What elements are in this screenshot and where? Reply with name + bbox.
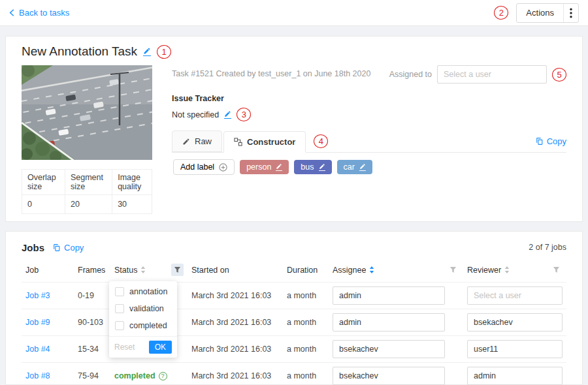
assigned-to-label: Assigned to (389, 70, 432, 79)
pencil-icon (182, 138, 190, 146)
labels-list: Add label person bus (172, 153, 566, 181)
started-value: March 3rd 2021 16:03 (188, 309, 283, 336)
job-link[interactable]: Job #3 (25, 291, 50, 300)
filter-option-validation[interactable]: validation (109, 300, 177, 317)
checkbox[interactable] (115, 321, 124, 330)
col-header-started: Started on (188, 258, 283, 283)
reviewer-input[interactable] (467, 367, 563, 385)
edit-issue-tracker-icon[interactable] (224, 110, 231, 119)
checkbox[interactable] (115, 287, 124, 296)
duration-value: a month (283, 363, 329, 385)
frames-value: 90-103 (74, 309, 110, 336)
tab-constructor-label: Constructor (247, 137, 295, 147)
labels-editor-tabs: Raw Constructor 4 Copy (172, 131, 566, 153)
duration-value: a month (283, 283, 329, 309)
back-to-tasks-link[interactable]: Back to tasks (9, 8, 69, 18)
job-row: Job #4 15-34 March 3rd 2021 16:03 a mont… (22, 336, 566, 363)
reviewer-input[interactable] (467, 286, 563, 305)
copy-labels-label: Copy (547, 136, 566, 146)
actions-label: Actions (517, 8, 563, 18)
filter-reviewer-icon[interactable] (550, 264, 563, 276)
sort-reviewer-icon[interactable] (504, 266, 510, 274)
jobs-count: 2 of 7 jobs (529, 243, 566, 252)
task-title: New Annotation Task (22, 44, 137, 59)
col-header-duration: Duration (283, 258, 329, 283)
col-header-frames: Frames (74, 258, 110, 283)
status-filter-dropdown: annotation validation completed Reset OK (109, 281, 177, 358)
copy-icon (52, 243, 61, 252)
task-preview-image (22, 65, 152, 160)
copy-labels-link[interactable]: Copy (535, 136, 566, 146)
issue-tracker-value: Not specified (172, 110, 219, 119)
label-chip-car[interactable]: car (337, 160, 372, 174)
actions-button[interactable]: Actions (516, 3, 579, 23)
jobs-card: Jobs Copy 2 of 7 jobs Job Frames Status (5, 231, 583, 385)
label-chip-car-name: car (344, 162, 355, 172)
task-parameters-table: Overlap size Segment size Image quality … (22, 169, 152, 214)
job-row: Job #3 0-19 March 3rd 2021 16:03 a month (22, 283, 566, 309)
jobs-table: Job Frames Status Started on Duration (22, 258, 566, 385)
job-row: Job #9 90-103 March 3rd 2021 16:03 a mon… (22, 309, 566, 336)
filter-option-completed[interactable]: completed (109, 317, 177, 334)
filter-option-annotation-label: annotation (129, 287, 167, 296)
duration-value: a month (283, 336, 329, 363)
frames-value: 75-94 (74, 363, 110, 385)
copy-jobs-link[interactable]: Copy (52, 243, 84, 253)
copy-jobs-label: Copy (64, 243, 84, 253)
duration-value: a month (283, 309, 329, 336)
filter-option-annotation[interactable]: annotation (109, 283, 177, 300)
issue-tracker-label: Issue Tracker (172, 94, 566, 103)
add-label-label: Add label (180, 162, 214, 172)
col-header-job: Job (22, 258, 74, 283)
filter-status-icon[interactable] (171, 264, 184, 276)
tab-constructor[interactable]: Constructor (223, 131, 306, 153)
edit-task-name-icon[interactable] (143, 47, 151, 56)
assignee-input[interactable] (333, 340, 445, 358)
topbar: Back to tasks 2 Actions (0, 0, 588, 26)
assignee-input[interactable] (333, 313, 445, 331)
job-link[interactable]: Job #4 (25, 345, 50, 354)
started-value: March 3rd 2021 16:03 (188, 363, 283, 385)
filter-option-validation-label: validation (129, 304, 164, 313)
chevron-left-icon (9, 8, 14, 17)
annotation-marker-5: 5 (552, 68, 566, 82)
task-details-card: New Annotation Task 1 (5, 36, 583, 222)
add-label-button[interactable]: Add label (173, 159, 235, 175)
annotation-marker-3: 3 (237, 108, 251, 121)
param-header-quality: Image quality (112, 170, 152, 195)
job-link[interactable]: Job #9 (25, 318, 50, 327)
sort-assignee-icon[interactable] (369, 266, 374, 274)
reviewer-input[interactable] (467, 313, 563, 331)
edit-label-icon[interactable] (359, 163, 366, 171)
reviewer-input[interactable] (467, 340, 563, 358)
started-value: March 3rd 2021 16:03 (188, 336, 283, 363)
more-menu-icon[interactable] (564, 8, 578, 18)
tab-raw[interactable]: Raw (172, 131, 222, 152)
status-value: completed? (110, 363, 188, 385)
filter-ok-button[interactable]: OK (149, 341, 172, 354)
edit-label-icon[interactable] (276, 163, 282, 171)
task-meta-text: Task #1521 Created by test_user_1 on Jun… (172, 65, 370, 78)
label-chip-bus-name: bus (301, 162, 314, 172)
assignee-input[interactable] (333, 367, 445, 385)
edit-label-icon[interactable] (319, 163, 325, 171)
param-header-overlap: Overlap size (22, 170, 65, 195)
assignee-input[interactable] (333, 286, 445, 305)
job-link[interactable]: Job #8 (25, 371, 50, 380)
help-circle-icon[interactable]: ? (159, 372, 167, 380)
annotation-marker-4: 4 (314, 134, 328, 148)
frames-value: 0-19 (74, 283, 110, 309)
label-chip-bus[interactable]: bus (294, 160, 331, 174)
label-chip-person-name: person (246, 162, 271, 172)
assigned-to-input[interactable] (437, 65, 547, 84)
status-completed-label: completed (114, 371, 155, 380)
filter-reset-button[interactable]: Reset (114, 343, 135, 352)
checkbox[interactable] (115, 304, 124, 313)
sort-status-icon[interactable] (140, 266, 146, 274)
job-row: Job #8 75-94 completed? March 3rd 2021 1… (22, 363, 566, 385)
param-value-segment: 20 (65, 195, 112, 214)
param-value-overlap: 0 (22, 195, 65, 214)
label-chip-person[interactable]: person (240, 160, 289, 174)
filter-assignee-icon[interactable] (447, 264, 459, 276)
annotation-marker-1: 1 (157, 45, 171, 59)
